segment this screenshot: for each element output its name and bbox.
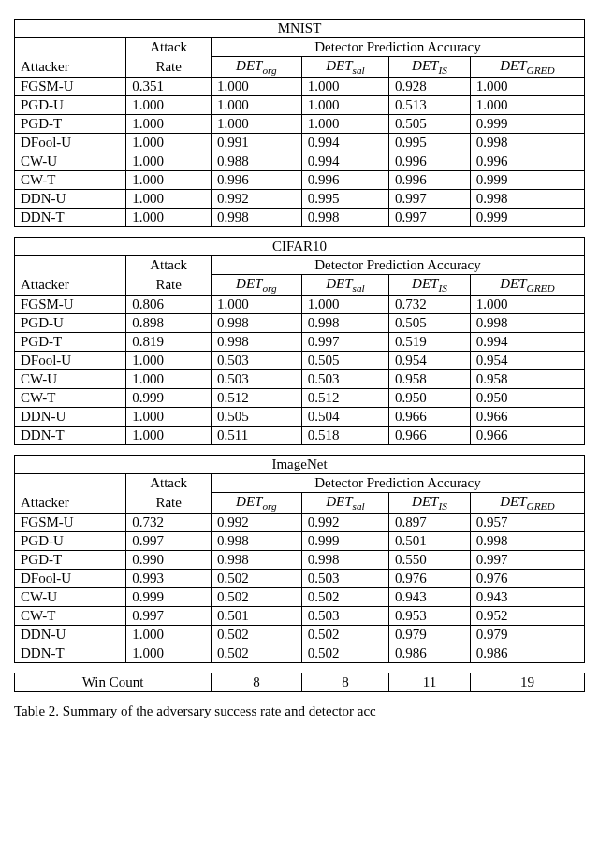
value-cell: 0.996 (470, 152, 584, 171)
detector-header: Detector Prediction Accuracy (211, 256, 584, 275)
attacker-cell: DDN-T (15, 427, 126, 445)
value-cell: 0.979 (389, 626, 471, 644)
attack-header-top: Attack (126, 474, 212, 493)
rate-cell: 0.732 (126, 514, 212, 532)
value-cell: 0.998 (301, 209, 388, 227)
table-row: PGD-U1.0001.0001.0000.5131.000 (15, 96, 585, 115)
detector-header: Detector Prediction Accuracy (211, 474, 584, 493)
value-cell: 0.502 (211, 588, 301, 607)
value-cell: 0.505 (301, 352, 388, 370)
value-cell: 0.503 (301, 570, 388, 588)
value-cell: 0.998 (211, 209, 301, 227)
value-cell: 0.512 (211, 389, 301, 408)
table-row: CW-T1.0000.9960.9960.9960.999 (15, 171, 585, 190)
rate-cell: 1.000 (126, 408, 212, 427)
attacker-cell: CW-T (15, 607, 126, 626)
table-row: FGSM-U0.3511.0001.0000.9281.000 (15, 78, 585, 96)
table-row: DFool-U1.0000.9910.9940.9950.998 (15, 134, 585, 152)
value-cell: 0.996 (389, 152, 471, 171)
value-cell: 0.928 (389, 78, 471, 96)
value-cell: 1.000 (470, 296, 584, 314)
value-cell: 0.999 (470, 209, 584, 227)
rate-cell: 1.000 (126, 134, 212, 152)
table-row: FGSM-U0.8061.0001.0000.7321.000 (15, 296, 585, 314)
value-cell: 1.000 (470, 78, 584, 96)
attack-header-top: Attack (126, 256, 212, 275)
value-cell: 0.997 (389, 190, 471, 209)
value-cell: 0.996 (389, 171, 471, 190)
value-cell: 0.518 (301, 427, 388, 445)
value-cell: 0.966 (470, 427, 584, 445)
attacker-cell: CW-T (15, 389, 126, 408)
value-cell: 0.511 (211, 427, 301, 445)
attacker-cell: PGD-T (15, 115, 126, 134)
rate-header: Rate (126, 493, 212, 514)
det-col-header: DETGRED (470, 57, 584, 78)
value-cell: 0.966 (389, 408, 471, 427)
win-count-label: Win Count (15, 673, 212, 692)
rate-cell: 0.806 (126, 296, 212, 314)
table-row: PGD-U0.9970.9980.9990.5010.998 (15, 532, 585, 551)
table-row: DFool-U0.9930.5020.5030.9760.976 (15, 570, 585, 588)
rate-cell: 1.000 (126, 352, 212, 370)
value-cell: 0.952 (470, 607, 584, 626)
value-cell: 0.505 (389, 314, 471, 333)
value-cell: 0.505 (211, 408, 301, 427)
value-cell: 0.999 (470, 115, 584, 134)
table-row: DDN-U1.0000.9920.9950.9970.998 (15, 190, 585, 209)
attacker-cell: DFool-U (15, 570, 126, 588)
value-cell: 0.998 (301, 551, 388, 570)
value-cell: 0.502 (211, 644, 301, 663)
table-row: PGD-U0.8980.9980.9980.5050.998 (15, 314, 585, 333)
value-cell: 0.998 (470, 134, 584, 152)
value-cell: 0.504 (301, 408, 388, 427)
value-cell: 0.979 (470, 626, 584, 644)
value-cell: 0.950 (470, 389, 584, 408)
value-cell: 0.550 (389, 551, 471, 570)
attacker-cell: CW-U (15, 152, 126, 171)
dataset-title: CIFAR10 (15, 238, 585, 256)
table-row: PGD-T0.9900.9980.9980.5500.997 (15, 551, 585, 570)
value-cell: 1.000 (301, 78, 388, 96)
attacker-cell: DDN-T (15, 209, 126, 227)
rate-cell: 0.898 (126, 314, 212, 333)
value-cell: 0.519 (389, 333, 471, 352)
rate-cell: 1.000 (126, 115, 212, 134)
table-row: FGSM-U0.7320.9920.9920.8970.957 (15, 514, 585, 532)
value-cell: 0.996 (211, 171, 301, 190)
value-cell: 0.986 (470, 644, 584, 663)
value-cell: 0.998 (301, 314, 388, 333)
value-cell: 0.997 (389, 209, 471, 227)
value-cell: 0.957 (470, 514, 584, 532)
value-cell: 0.976 (389, 570, 471, 588)
attacker-header: Attacker (15, 493, 126, 514)
attacker-cell: FGSM-U (15, 78, 126, 96)
value-cell: 1.000 (211, 96, 301, 115)
rate-cell: 1.000 (126, 209, 212, 227)
win-count-cell: 19 (470, 673, 584, 692)
value-cell: 0.998 (470, 314, 584, 333)
attacker-cell: FGSM-U (15, 514, 126, 532)
value-cell: 0.732 (389, 296, 471, 314)
rate-header: Rate (126, 275, 212, 296)
blank (15, 474, 126, 493)
table-row: CW-U0.9990.5020.5020.9430.943 (15, 588, 585, 607)
attacker-cell: DDN-T (15, 644, 126, 663)
value-cell: 0.995 (301, 190, 388, 209)
value-cell: 0.997 (470, 551, 584, 570)
value-cell: 1.000 (211, 78, 301, 96)
blank (15, 38, 126, 57)
value-cell: 0.503 (211, 370, 301, 389)
win-count-cell: 8 (211, 673, 301, 692)
attacker-cell: CW-U (15, 588, 126, 607)
rate-cell: 0.997 (126, 607, 212, 626)
value-cell: 0.502 (301, 644, 388, 663)
rate-cell: 0.999 (126, 389, 212, 408)
rate-header: Rate (126, 57, 212, 78)
table-row: PGD-T1.0001.0001.0000.5050.999 (15, 115, 585, 134)
det-col-header: DETsal (301, 57, 388, 78)
attacker-cell: PGD-U (15, 96, 126, 115)
rate-cell: 0.990 (126, 551, 212, 570)
value-cell: 0.991 (211, 134, 301, 152)
table-row: DDN-U1.0000.5020.5020.9790.979 (15, 626, 585, 644)
